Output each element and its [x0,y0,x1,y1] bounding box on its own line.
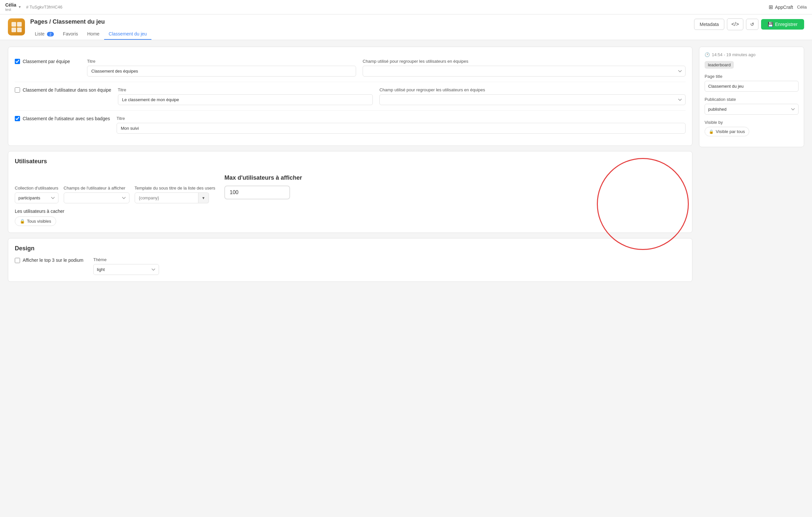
collection-group: Collection d'utilisateurs participants [15,185,58,203]
page-title-input[interactable] [704,81,799,92]
page-icon-grid [9,20,24,34]
classement-label-3: Classement de l'utisateur avec ses badge… [23,116,110,121]
titre-input-2[interactable] [118,94,373,105]
champ-group-2: Champ utilisé pour regrouper les utilisa… [379,87,686,105]
classement-row-1: Classement par équipe Titre Champ utilis… [15,54,686,82]
appcraft-name: AppCraft [775,5,793,10]
publication-select[interactable]: published draft [704,104,799,115]
max-input[interactable] [224,185,290,199]
lock-icon: 🔒 [20,219,25,224]
username: Célia [5,2,16,8]
page-title-label: Page title [704,74,799,79]
topbar-username-right: Célia [797,5,807,9]
page-header-actions: Metadata </> ↺ 💾 Enregistrer [694,19,804,34]
champ-label-1: Champ utilisé pour regrouper les utilisa… [362,59,686,64]
template-label: Template du sous titre de la liste des u… [135,185,215,191]
user-sub: test [5,7,16,12]
classement-fields-2: Titre Champ utilisé pour regrouper les u… [118,87,686,105]
titre-group-1: Titre [87,59,356,77]
titre-label-2: Titre [118,87,373,92]
classement-label-1: Classement par équipe [23,59,70,64]
design-row: Afficher le top 3 sur le podium Thème li… [15,257,686,275]
clock-icon: 🕐 [704,52,710,57]
titre-label-1: Titre [87,59,356,64]
max-users-area: Max d'utilisateurs à afficher [221,170,306,203]
tab-liste-badge: 2 [47,32,54,36]
page-tabs: Liste 2 Favoris Home Classement du jeu [30,29,151,40]
top3-checkbox[interactable] [15,258,20,263]
publication-field: Publication state published draft [704,97,799,115]
template-group: Template du sous titre de la liste des u… [135,185,215,203]
champ-select-2[interactable] [379,94,686,105]
icon-cell-3 [11,28,16,32]
titre-group-3: Titre [117,116,686,134]
tab-classement[interactable]: Classement du jeu [104,29,151,40]
champs-group: Champs de l'utilisateur à afficher [64,185,129,203]
history-button[interactable]: ↺ [746,19,758,30]
metadata-button[interactable]: Metadata [694,19,724,30]
design-title: Design [15,245,686,252]
main-content: Classement par équipe Titre Champ utilis… [8,47,692,282]
cacher-btn-label: Tous visibles [27,219,51,224]
champ-select-1[interactable] [362,66,686,77]
sidebar-time-text: 14:54 - 19 minutes ago [712,52,755,57]
collection-select[interactable]: participants [15,193,58,203]
champs-select[interactable] [64,193,129,203]
publication-label: Publication state [704,97,799,102]
classement-checkbox-2[interactable] [15,87,20,93]
titre-group-2: Titre [118,87,373,105]
template-btn[interactable]: ▾ [198,193,209,203]
titre-label-3: Titre [117,116,686,121]
classement-fields-1: Titre Champ utilisé pour regrouper les u… [87,59,686,77]
theme-group: Thème light dark [93,257,159,275]
sidebar-time: 🕐 14:54 - 19 minutes ago [704,52,799,57]
theme-select[interactable]: light dark [93,264,159,275]
visible-field: Visible by 🔒 Visible par tous [704,120,799,136]
collection-label: Collection d'utilisateurs [15,185,58,191]
classement-check-3: Classement de l'utisateur avec ses badge… [15,116,110,121]
page-header: Pages / Classement du jeu Liste 2 Favori… [0,15,812,40]
classement-fields-3: Titre [117,116,686,134]
appcraft-icon: ⊞ [768,4,773,10]
titre-input-1[interactable] [87,66,356,77]
topbar-right: ⊞ AppCraft Célia [768,4,807,10]
classement-row-3: Classement de l'utisateur avec ses badge… [15,111,686,139]
classement-check-1: Classement par équipe [15,59,81,64]
user-dropdown-icon[interactable]: ▾ [19,5,21,9]
visible-btn[interactable]: 🔒 Visible par tous [704,127,749,136]
classement-checkbox-3[interactable] [15,116,20,121]
classement-checkbox-1[interactable] [15,59,20,64]
champ-group-1: Champ utilisé pour regrouper les utilisa… [362,59,686,77]
main-layout: Classement par équipe Titre Champ utilis… [0,40,812,288]
save-button[interactable]: 💾 Enregistrer [761,19,804,30]
code-button[interactable]: </> [727,19,743,30]
cacher-label: Les utilisateurs à cacher [15,208,686,214]
breadcrumb: Pages / Classement du jeu [30,19,151,25]
save-icon: 💾 [767,22,773,27]
appcraft-logo: ⊞ AppCraft [768,4,793,10]
project-hash: # TuSgkvT3frHC46 [26,5,62,9]
classement-label-2: Classement de l'utilisateur dans son équ… [23,87,111,93]
sidebar: 🕐 14:54 - 19 minutes ago leaderboard Pag… [699,47,804,147]
template-input-wrap: ▾ [135,193,215,203]
visible-label: Visible by [704,120,799,125]
topbar-left: Célia test ▾ # TuSgkvT3frHC46 [5,2,62,12]
max-users-label: Max d'utilisateurs à afficher [224,174,302,182]
top3-label: Afficher le top 3 sur le podium [23,257,83,264]
visible-btn-label: Visible par tous [716,129,745,134]
topbar: Célia test ▾ # TuSgkvT3frHC46 ⊞ AppCraft… [0,0,812,15]
page-icon [8,19,25,35]
cacher-btn[interactable]: 🔒 Tous visibles [15,217,56,226]
theme-label: Thème [93,257,159,262]
sidebar-badge: leaderboard [704,61,734,69]
page-header-left: Pages / Classement du jeu Liste 2 Favori… [8,19,151,40]
icon-cell-2 [17,22,22,27]
template-input[interactable] [135,193,198,203]
user-info: Célia test [5,2,16,12]
tab-liste[interactable]: Liste 2 [30,29,58,40]
page-title-section: Pages / Classement du jeu Liste 2 Favori… [30,19,151,40]
tab-home[interactable]: Home [83,29,104,40]
tab-favoris[interactable]: Favoris [58,29,83,40]
page-title-field: Page title [704,74,799,92]
titre-input-3[interactable] [117,123,686,134]
